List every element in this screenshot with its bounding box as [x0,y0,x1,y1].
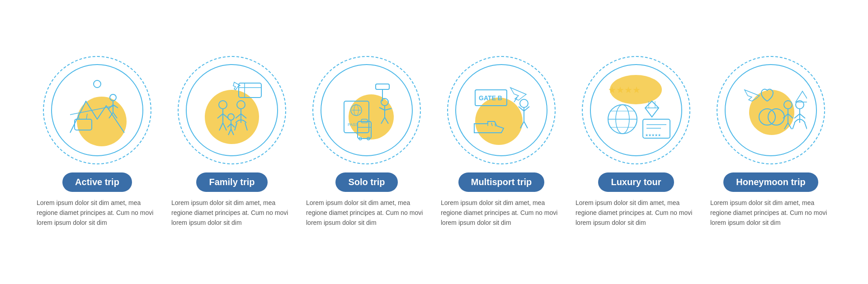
svg-line-28 [227,124,231,127]
svg-line-46 [379,107,385,110]
svg-text:GATE B: GATE B [479,94,502,102]
svg-line-24 [235,123,237,130]
svg-point-77 [768,109,784,125]
circle-luxury-tour: ★★★★ [582,56,690,164]
item-multisport-trip: GATE B [438,56,565,228]
svg-point-76 [759,109,775,125]
svg-line-30 [228,129,231,135]
svg-line-81 [788,114,793,118]
luxury-tour-label: Luxury tour [598,172,674,192]
svg-line-48 [381,117,385,124]
circle-solo-trip: PASS [312,56,421,164]
multisport-trip-label: Multisport trip [458,172,544,192]
svg-line-25 [245,123,247,130]
active-trip-desc: Lorem ipsum dolor sit dim amet, mea regi… [34,198,160,228]
honeymoon-trip-icon [726,65,816,155]
svg-point-5 [110,94,116,101]
circle-family-trip [178,56,286,164]
svg-line-83 [788,123,792,129]
svg-line-29 [231,124,235,127]
svg-rect-1 [75,119,92,130]
solo-trip-icon: PASS [321,65,412,155]
svg-point-44 [381,98,388,106]
svg-point-20 [237,101,245,109]
item-solo-trip: PASS [303,56,430,228]
svg-text:★★★★: ★★★★ [608,85,641,95]
svg-line-60 [520,121,524,128]
svg-line-55 [495,124,495,126]
solid-ring [51,64,143,156]
solo-trip-desc: Lorem ipsum dolor sit dim amet, mea regi… [303,198,430,228]
honeymoon-trip-label: Honeymoon trip [723,172,818,192]
svg-point-26 [228,114,234,120]
item-luxury-tour: ★★★★ [573,56,699,228]
svg-line-2 [70,106,115,115]
solid-ring: GATE B [455,64,547,156]
svg-line-31 [231,129,234,135]
multisport-trip-icon: GATE B [456,65,547,155]
svg-line-87 [800,114,805,118]
svg-line-19 [223,123,226,130]
svg-text:PASS: PASS [348,122,358,127]
svg-rect-32 [344,101,369,133]
multisport-trip-desc: Lorem ipsum dolor sit dim amet, mea regi… [438,198,565,228]
solid-ring [186,64,278,156]
svg-line-86 [794,114,800,118]
svg-line-22 [236,114,241,118]
svg-point-78 [784,101,792,109]
active-trip-icon [52,65,142,155]
svg-line-23 [241,114,246,118]
svg-line-49 [385,117,388,124]
svg-line-61 [524,121,528,128]
circle-active-trip [43,56,151,164]
luxury-tour-icon: ★★★★ [591,65,681,155]
svg-line-82 [784,123,788,129]
svg-point-56 [520,99,528,107]
svg-text:★★★★★: ★★★★★ [645,133,661,137]
solid-ring [725,64,817,156]
family-trip-icon [187,65,277,155]
svg-marker-68 [645,101,659,117]
honeymoon-trip-desc: Lorem ipsum dolor sit dim amet, mea regi… [708,198,834,228]
svg-line-16 [217,114,223,118]
item-active-trip: Active trip Lorem ipsum dolor sit dim am… [34,56,160,228]
svg-rect-37 [376,84,389,89]
family-trip-label: Family trip [196,172,267,192]
solid-ring: PASS [321,64,413,156]
svg-line-89 [805,123,807,129]
circle-multisport-trip: GATE B [447,56,556,164]
svg-line-4 [86,114,87,119]
luxury-tour-desc: Lorem ipsum dolor sit dim amet, mea regi… [573,198,699,228]
svg-line-18 [219,123,223,130]
item-honeymoon-trip: Honeymoon trip Lorem ipsum dolor sit dim… [708,56,834,228]
solid-ring: ★★★★ [590,64,682,156]
svg-point-0 [94,80,101,88]
svg-point-14 [219,101,227,109]
svg-rect-11 [239,83,261,98]
svg-line-88 [793,123,795,129]
family-trip-desc: Lorem ipsum dolor sit dim amet, mea regi… [169,198,295,228]
circle-honeymoon-trip [717,56,825,164]
svg-line-54 [491,123,492,126]
infographic-container: Active trip Lorem ipsum dolor sit dim am… [0,47,868,237]
item-family-trip: Family trip Lorem ipsum dolor sit dim am… [169,56,295,228]
active-trip-label: Active trip [62,172,132,192]
svg-line-8 [113,105,118,108]
svg-marker-90 [796,91,807,102]
solo-trip-label: Solo trip [335,172,397,192]
svg-line-47 [385,108,392,110]
